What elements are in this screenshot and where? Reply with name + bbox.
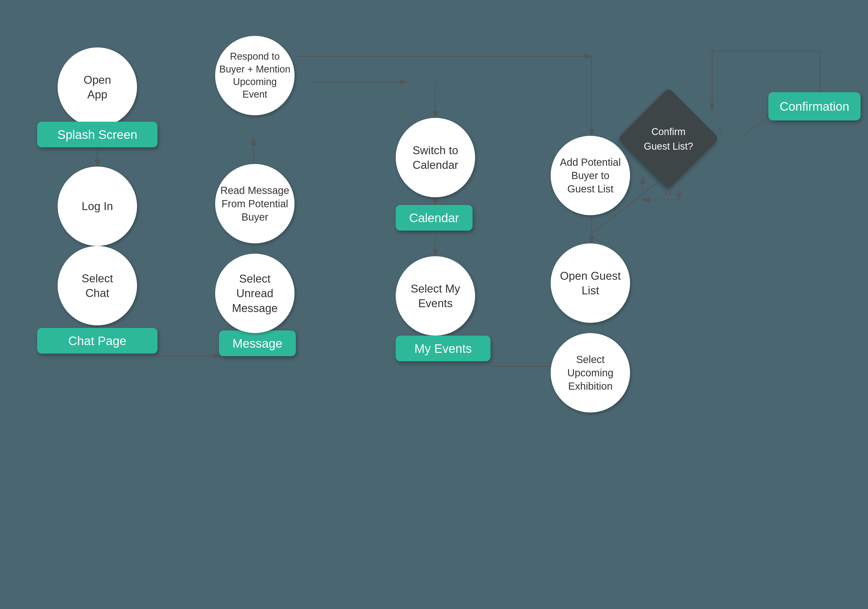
- confirm-guest-list-node: Confirm Guest List?: [618, 88, 719, 189]
- diamond-yes-label: Y: [717, 126, 724, 137]
- read-message-node: Read Message From Potential Buyer: [215, 164, 294, 243]
- select-chat-node: Select Chat: [57, 246, 137, 325]
- confirm-guest-list-label: Confirm Guest List?: [644, 124, 693, 153]
- open-guest-list-node: Open Guest List: [551, 243, 630, 323]
- select-unread-node: Select Unread Message: [215, 254, 294, 333]
- my-events-node: My Events: [396, 336, 490, 361]
- chat-page-node: Chat Page: [37, 328, 158, 354]
- message-label: Message: [232, 336, 282, 351]
- log-in-node: Log In: [57, 166, 137, 246]
- select-upcoming-node: Select Upcoming Exhibition: [551, 333, 630, 412]
- chat-page-label: Chat Page: [68, 334, 127, 348]
- my-events-label: My Events: [414, 342, 472, 356]
- add-potential-buyer-label: Add Potential Buyer to Guest List: [560, 155, 621, 196]
- switch-calendar-node: Switch to Calendar: [396, 118, 475, 197]
- switch-calendar-label: Switch to Calendar: [412, 143, 459, 172]
- confirmation-node: Confirmation: [768, 92, 860, 120]
- splash-screen-label: Splash Screen: [57, 127, 137, 142]
- select-upcoming-label: Select Upcoming Exhibition: [567, 353, 614, 393]
- respond-to-buyer-label: Respond to Buyer + Mention Upcoming Even…: [219, 50, 290, 101]
- calendar-node: Calendar: [396, 205, 473, 231]
- calendar-label: Calendar: [409, 211, 459, 225]
- add-potential-buyer-node: Add Potential Buyer to Guest List: [551, 136, 630, 215]
- confirmation-label: Confirmation: [780, 99, 849, 113]
- log-in-label: Log In: [82, 199, 113, 213]
- open-app-label: Open App: [84, 73, 111, 102]
- diamond-no-label: N: [665, 187, 671, 198]
- select-unread-label: Select Unread Message: [232, 271, 278, 315]
- message-node: Message: [219, 331, 296, 356]
- read-message-label: Read Message From Potential Buyer: [220, 184, 289, 224]
- select-my-events-label: Select My Events: [411, 281, 460, 311]
- open-app-node: Open App: [57, 47, 137, 127]
- open-guest-list-label: Open Guest List: [560, 269, 621, 298]
- respond-to-buyer-node: Respond to Buyer + Mention Upcoming Even…: [215, 36, 294, 115]
- flowchart: Open App Splash Screen Log In Select Cha…: [0, 0, 868, 609]
- splash-screen-node: Splash Screen: [37, 122, 158, 147]
- select-chat-label: Select Chat: [82, 271, 113, 300]
- select-my-events-node: Select My Events: [396, 256, 475, 336]
